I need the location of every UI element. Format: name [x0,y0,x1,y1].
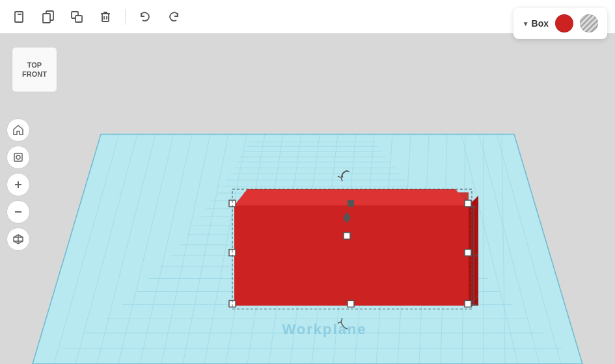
workplane: h Workplane [0,34,615,364]
fit-tool-button[interactable] [7,146,30,169]
svg-rect-5 [75,16,82,22]
property-panel: ▼ Box [513,8,607,39]
left-tools [7,118,30,251]
svg-rect-6 [102,14,109,21]
svg-rect-80 [348,200,354,207]
copy-button[interactable] [36,5,60,29]
svg-rect-81 [465,200,471,207]
svg-text:h: h [475,252,478,259]
new-button[interactable] [8,5,31,29]
zoom-in-button[interactable] [7,173,30,196]
color-gray[interactable] [580,14,598,32]
svg-point-95 [16,155,20,159]
home-tool-button[interactable] [7,118,30,142]
shape-dropdown[interactable]: ▼ Box [523,18,549,29]
svg-rect-72 [234,205,469,306]
view-cube[interactable]: TOP FRONT [12,47,64,99]
svg-rect-85 [348,300,354,307]
delete-button[interactable] [94,5,117,29]
toolbar-separator-1 [125,9,126,25]
svg-rect-0 [15,12,23,22]
dropdown-arrow-icon: ▼ [523,20,529,27]
canvas-area[interactable]: h Workplane TOP FRONT [0,34,615,364]
view-front-label: FRONT [22,70,47,78]
redo-button[interactable] [162,5,185,29]
svg-rect-86 [465,300,471,307]
undo-button[interactable] [133,5,157,29]
svg-rect-87 [344,233,350,239]
svg-rect-82 [465,250,471,256]
view-cube-box[interactable]: TOP FRONT [12,47,57,92]
color-red[interactable] [555,14,573,32]
shape-name: Box [532,18,549,29]
view-top-label: TOP [27,61,42,69]
svg-rect-3 [43,14,50,23]
3d-view-button[interactable] [7,228,30,251]
duplicate-button[interactable] [65,5,89,29]
svg-rect-94 [14,153,22,161]
zoom-out-button[interactable] [7,200,30,224]
